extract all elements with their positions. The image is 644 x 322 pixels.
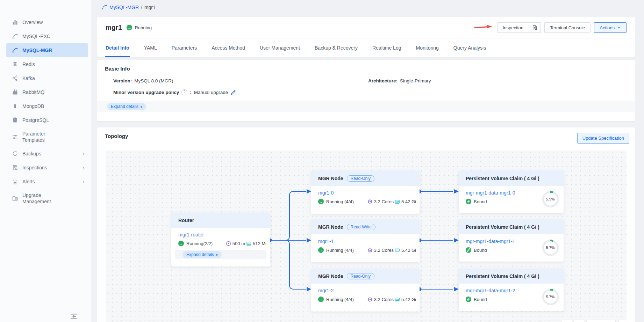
mgr-node-resources: 3.2 Cores 5.42 Gi [367, 297, 416, 302]
sidebar-item-mysql-pxc[interactable]: MySQL-PXC [6, 29, 88, 43]
router-card-header: Router [171, 213, 270, 228]
terminal-console-button[interactable]: Terminal Console [544, 22, 591, 33]
inspection-report-button[interactable] [529, 23, 541, 32]
sidebar-item-overview[interactable]: Overview [6, 15, 88, 29]
mgr-node-status-row: → Running (4/4) 3.2 Cores 5.42 Gi [318, 297, 416, 302]
sidebar-item-upgrade-management[interactable]: Upgrade Management [6, 189, 88, 208]
sidebar-collapse-button[interactable] [69, 312, 78, 320]
elephant-icon [12, 117, 18, 123]
pvc-name-link[interactable]: mgr-mgr1-data-mgr1-0 [466, 190, 515, 196]
bar-chart-icon [12, 19, 18, 25]
report-search-icon [532, 25, 538, 31]
update-specification-button[interactable]: Update Specification [577, 133, 629, 144]
chevron-down-icon [617, 26, 621, 30]
breadcrumb-separator: / [141, 5, 142, 10]
pvc-status-row: Bound [466, 247, 533, 253]
mgr-node-cpu-value: 3.2 Cores [374, 297, 394, 302]
pvc-body: mgr-mgr1-data-mgr1-0 Bound 5.9% [459, 186, 564, 213]
router-expand-details-button[interactable]: Expand details » [183, 251, 222, 258]
double-chevron-down-icon: » [139, 105, 143, 108]
mgr-node-name-link[interactable]: mgr1-2 [318, 288, 334, 293]
upgrade-policy-value: Manual upgrade [194, 90, 228, 95]
mgr-node-type-label: MGR Node [318, 224, 343, 230]
chevron-right-icon: › [83, 151, 85, 157]
tab-access-method[interactable]: Access Method [212, 38, 245, 57]
mgr-node-name-link[interactable]: mgr1-0 [318, 190, 334, 196]
mgr-node-status-row: → Running (4/4) 3.2 Cores 5.42 Gi [318, 199, 416, 204]
annotation-arrow-icon [474, 23, 493, 32]
bound-link-icon [466, 297, 471, 302]
canvas-control-button[interactable] [562, 320, 572, 322]
pvc-card: Persistent Volume Claim ( 4 Gi ) mgr-mgr… [459, 269, 564, 311]
tab-monitoring[interactable]: Monitoring [416, 38, 438, 57]
inspection-button[interactable]: Inspection [498, 23, 529, 32]
router-name-link[interactable]: mgr1-router [178, 232, 204, 237]
pvc-card: Persistent Volume Claim ( 4 Gi ) mgr-mgr… [459, 220, 564, 262]
sidebar-item-label: RabbitMQ [22, 89, 44, 95]
sidebar-item-alerts[interactable]: Alerts › [6, 175, 88, 189]
tab-yaml[interactable]: YAML [144, 38, 157, 57]
expand-details-label: Expand details [111, 104, 138, 109]
sidebar-item-label: Overview [22, 19, 43, 25]
pvc-name-link[interactable]: mgr-mgr1-data-mgr1-2 [466, 288, 515, 293]
mgr-node-status: Running (4/4) [326, 199, 354, 204]
sidebar-item-rabbitmq[interactable]: RabbitMQ [6, 85, 88, 99]
usage-gauge: 5.9% [542, 191, 559, 207]
help-icon[interactable]: ? [181, 89, 187, 95]
usage-gauge: 5.7% [542, 240, 559, 256]
version-label: Version: [113, 78, 132, 83]
sidebar-item-redis[interactable]: Redis [6, 57, 88, 71]
chevron-right-icon: › [83, 179, 85, 185]
canvas-control-button[interactable] [574, 320, 584, 322]
edit-pencil-icon[interactable] [230, 90, 236, 95]
sidebar-item-postgresql[interactable]: PostgreSQL [6, 113, 88, 127]
actions-dropdown-button[interactable]: Actions [594, 22, 627, 33]
chevron-right-icon: › [83, 165, 85, 171]
tab-parameters[interactable]: Parameters [172, 38, 197, 57]
tab-user-management[interactable]: User Management [260, 38, 300, 57]
breadcrumb-parent-link[interactable]: MySQL-MGR [109, 5, 139, 10]
mgr-node-card: MGR Node Read-Only mgr1-2 → Running (4/4… [311, 269, 420, 312]
mgr-node-status: Running (4/4) [326, 297, 354, 302]
mgr-node-header: MGR Node Read-Only [311, 171, 420, 186]
tab-backup-recovery[interactable]: Backup & Recovery [315, 38, 358, 57]
mgr-node-status-row: → Running (4/4) 3.2 Cores 5.42 Gi [318, 247, 416, 253]
sidebar-item-parameter-templates[interactable]: Parameter Templates [6, 127, 88, 147]
usage-percent: 5.9% [544, 193, 557, 206]
router-resources: 500 m 512 Mi [226, 241, 266, 246]
topology-canvas[interactable]: Router mgr1-router → Running(2/2) 500 m … [106, 151, 627, 322]
mgr-node-type-label: MGR Node [318, 273, 343, 279]
folder-gear-icon [12, 195, 18, 202]
expand-details-button[interactable]: Expand details » [107, 103, 146, 110]
pvc-body: mgr-mgr1-data-mgr1-2 Bound 5.7% [459, 284, 564, 311]
status-label: Running [135, 25, 151, 30]
mgr-node-card: MGR Node Read-Write mgr1-1 → Running (4/… [311, 220, 420, 262]
router-status: Running(2/2) [186, 241, 213, 246]
router-memory-value: 512 Mi [253, 241, 266, 246]
mgr-node-memory-value: 5.42 Gi [401, 248, 416, 253]
tab-realtime-log[interactable]: Realtime Log [372, 38, 401, 57]
title-row: mgr1 → Running Inspection Terminal Conso… [97, 17, 635, 38]
tab-query-analysis[interactable]: Query Analysis [453, 38, 486, 57]
cpu-icon [367, 199, 373, 204]
sidebar-item-mongodb[interactable]: MongoDB [6, 99, 88, 113]
role-badge: Read-Only [347, 175, 374, 182]
mgr-node-name-link[interactable]: mgr1-1 [318, 239, 334, 244]
dolphin-icon [12, 33, 18, 39]
mgr-node-resources: 3.2 Cores 5.42 Gi [367, 248, 416, 253]
pvc-name-link[interactable]: mgr-mgr1-data-mgr1-1 [466, 239, 515, 244]
pvc-status: Bound [474, 199, 487, 204]
sidebar-item-inspections[interactable]: Inspections › [6, 161, 88, 175]
sidebar-item-label: MySQL-MGR [22, 47, 52, 53]
sidebar-item-kafka[interactable]: Kafka [6, 71, 88, 85]
status-badge: → Running [127, 25, 151, 30]
canvas-zoom-slider[interactable] [587, 320, 615, 322]
memory-icon [395, 199, 400, 204]
tab-detail-info[interactable]: Detail Info [106, 38, 129, 57]
mgr-node-header: MGR Node Read-Write [311, 220, 420, 234]
sidebar-item-backups[interactable]: Backups › [6, 147, 88, 161]
sidebar-item-mysql-mgr[interactable]: MySQL-MGR [6, 43, 88, 57]
canvas-control-button[interactable] [619, 320, 627, 322]
cpu-icon [367, 297, 373, 302]
memory-icon [395, 297, 400, 302]
